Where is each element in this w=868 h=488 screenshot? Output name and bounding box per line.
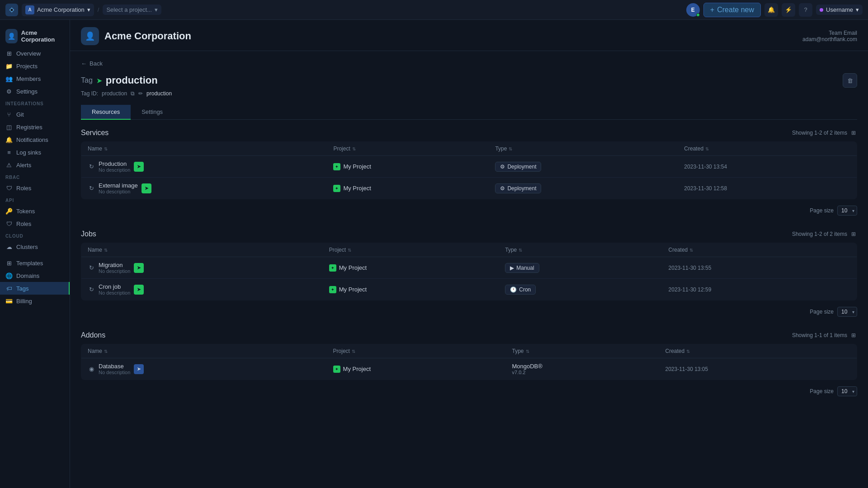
navigate-button[interactable]: ➤ [134,364,144,374]
sidebar-item-roles[interactable]: 🛡 Roles [0,182,70,194]
tag-label: Tag [81,76,93,84]
nav-separator: / [98,6,99,13]
addon-desc: No description [99,370,130,375]
copy-icon[interactable]: ⧉ [131,90,135,97]
tag-name: production [106,75,158,86]
project-icon: ✦ [329,264,336,272]
service-desc: No description [99,189,138,194]
sort-icon: ⇅ [519,248,522,253]
table-row[interactable]: ◉ Database No description ➤ ✦ My Project… [81,358,857,380]
org-icon-large: 👤 [81,27,99,45]
addons-page-size-select[interactable]: 102550 [837,386,857,396]
user-menu[interactable]: Username ▾ [816,5,863,15]
jobs-page-size-select[interactable]: 102550 [837,307,857,317]
sort-icon: ⇅ [104,146,108,151]
main-content: 👤 Acme Corporation Team Email adam@north… [70,20,868,488]
page-header-right: Team Email adam@northflank.com [802,30,857,42]
grid-icon: ⊞ [5,50,13,57]
service-desc: No description [99,167,130,173]
navigate-button[interactable]: ➤ [142,183,151,193]
sidebar-item-notifications[interactable]: 🔔 Notifications [0,133,70,146]
back-button[interactable]: ← Back [81,60,857,67]
services-section: Services Showing 1-2 of 2 items ⊞ Name⇅ … [81,129,857,217]
sidebar-item-overview[interactable]: ⊞ Overview [0,47,70,60]
create-new-button[interactable]: + Create new [703,3,761,17]
jobs-col-project: Project⇅ [323,243,499,257]
table-row[interactable]: ↻ External image No description ➤ ✦ My P… [81,178,857,199]
service-icon: ↻ [88,185,95,192]
navigate-button[interactable]: ➤ [134,263,144,273]
api-label: API [0,194,70,205]
table-row[interactable]: ↻ Production No description ➤ ✦ My Proje… [81,156,857,178]
addons-col-name: Name⇅ [81,344,327,358]
table-row[interactable]: ↻ Cron job No description ➤ ✦ My Project… [81,279,857,300]
sidebar-item-settings[interactable]: ⚙ Settings [0,85,70,98]
sidebar-item-registries[interactable]: ◫ Registries [0,121,70,133]
sort-icon: ⇅ [509,146,512,151]
project-icon: ✦ [329,286,336,293]
services-page-size-select[interactable]: 102550 [837,206,857,216]
sidebar-item-projects[interactable]: 📁 Projects [0,60,70,72]
services-page-size-wrapper: 102550 [837,206,857,216]
sidebar-item-tags[interactable]: 🏷 Tags [0,282,70,295]
addons-grid-icon[interactable]: ⊞ [850,332,857,339]
jobs-grid-icon[interactable]: ⊞ [850,230,857,238]
project-name: My Project [343,163,371,170]
navigate-button[interactable]: ➤ [134,285,144,295]
integrations-button[interactable]: ⚡ [782,3,795,17]
sort-icon: ⇅ [352,349,355,354]
created-timestamp: 2023-11-30 13:54 [684,164,727,170]
sidebar-item-roles-api[interactable]: 🛡 Roles [0,217,70,230]
user-color-dot [820,8,823,12]
brand-selector[interactable]: A Acme Corporation ▾ [22,4,94,16]
topnav-right: E + Create new 🔔 ⚡ ? Username ▾ [686,3,863,17]
sidebar-item-clusters[interactable]: ☁ Clusters [0,240,70,253]
type-label: Deployment [507,185,536,192]
user-chevron: ▾ [856,6,859,13]
addon-type-cell: MongoDB® v7.0.2 [512,363,652,375]
plug-icon: ⚡ [785,6,792,13]
job-desc: No description [99,268,130,274]
project-selector[interactable]: Select a project... ▾ [103,5,161,15]
services-grid-icon[interactable]: ⊞ [850,129,857,136]
service-icon: ↻ [88,163,95,170]
addon-icon: ◉ [88,366,95,373]
question-icon: ? [804,6,807,13]
notifications-button[interactable]: 🔔 [764,3,778,17]
sidebar-item-alerts[interactable]: ⚠ Alerts [0,159,70,171]
tab-resources[interactable]: Resources [81,105,131,120]
table-row[interactable]: ↻ Migration No description ➤ ✦ My Projec… [81,257,857,279]
addons-col-created: Created⇅ [659,344,857,358]
addons-section: Addons Showing 1-1 of 1 items ⊞ Name⇅ Pr… [81,331,857,398]
help-button[interactable]: ? [799,3,812,17]
type-label: Cron [519,286,531,293]
service-name: External image [99,182,138,189]
sidebar: 👤 Acme Corporation ⊞ Overview 📁 Projects… [0,20,70,488]
tag-icon: 🏷 [5,285,13,292]
sidebar-item-tokens[interactable]: 🔑 Tokens [0,205,70,217]
created-timestamp: 2023-11-30 12:58 [684,185,727,192]
addons-table: Name⇅ Project⇅ Type⇅ Created⇅ ◉ Database… [81,344,857,380]
navigate-button[interactable]: ➤ [134,162,144,172]
sidebar-item-domains[interactable]: 🌐 Domains [0,269,70,282]
user-avatar: E [686,3,700,17]
sort-icon: ⇅ [526,349,529,354]
services-col-name: Name⇅ [81,142,327,156]
sidebar-item-log-sinks[interactable]: ≡ Log sinks [0,146,70,159]
services-title: Services [81,129,108,137]
sidebar-item-members[interactable]: 👥 Members [0,72,70,85]
page-header: 👤 Acme Corporation Team Email adam@north… [70,20,868,51]
sidebar-item-git[interactable]: ⑂ Git [0,108,70,121]
delete-tag-button[interactable]: 🗑 [843,73,857,88]
edit-icon[interactable]: ✏ [138,90,143,97]
sidebar-item-billing[interactable]: 💳 Billing [0,295,70,307]
project-icon: ✦ [333,163,340,170]
tab-settings[interactable]: Settings [131,105,174,120]
sidebar-item-templates[interactable]: ⊞ Templates [0,257,70,269]
app-logo [5,4,18,16]
sort-icon: ⇅ [352,146,356,151]
job-name: Migration [99,262,130,268]
log-icon: ≡ [5,149,13,156]
topnav: A Acme Corporation ▾ / Select a project.… [0,0,868,20]
registry-icon: ◫ [5,123,13,131]
